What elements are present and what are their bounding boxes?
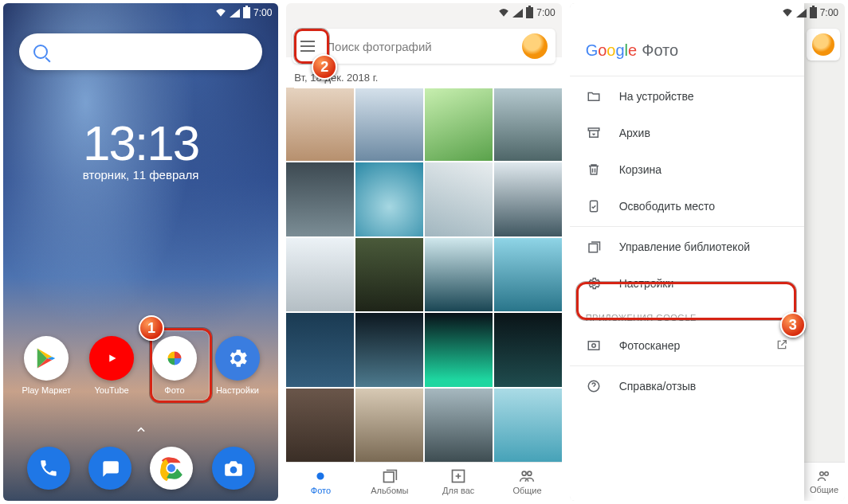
search-icon (33, 45, 48, 59)
trash-icon (586, 162, 602, 178)
google-search-bar[interactable] (19, 33, 262, 70)
nav-sharing-stub[interactable]: Общие (803, 462, 845, 501)
play-store-icon (24, 336, 69, 381)
photo-thumbnail[interactable] (286, 238, 354, 311)
drawer-item-help[interactable]: Справка/отзыв (570, 368, 804, 404)
nav-label: Общие (810, 485, 838, 494)
photo-thumbnail[interactable] (286, 162, 354, 236)
photo-thumbnail[interactable] (425, 162, 493, 236)
folder-icon (586, 88, 602, 104)
dock-messages[interactable] (88, 447, 132, 490)
app-youtube[interactable]: YouTube (89, 336, 134, 395)
svg-point-8 (825, 472, 829, 476)
photo-thumbnail[interactable] (425, 88, 493, 161)
youtube-icon (89, 336, 134, 381)
app-drawer-handle[interactable] (135, 424, 147, 436)
nav-foryou[interactable]: Для вас (424, 463, 493, 501)
photo-thumbnail[interactable] (355, 389, 423, 462)
dock-camera[interactable] (212, 447, 255, 490)
cell-signal-icon (230, 9, 240, 18)
photos-nav-icon (312, 468, 329, 484)
free-up-space-icon (586, 198, 602, 214)
drawer-label: Фотосканер (619, 339, 681, 352)
nav-label: Альбомы (371, 486, 408, 495)
nav-albums[interactable]: Альбомы (355, 463, 424, 501)
battery-icon (810, 7, 817, 18)
photo-thumbnail[interactable] (494, 389, 562, 462)
drawer-item-on-device[interactable]: На устройстве (570, 78, 804, 115)
google-logo: Google (586, 41, 638, 60)
archive-icon (586, 125, 602, 141)
drawer-label: Справка/отзыв (619, 380, 697, 393)
nav-photos[interactable]: Фото (286, 463, 355, 501)
photoscan-icon (586, 338, 602, 354)
callout-marker-1: 1 (139, 315, 164, 341)
svg-rect-3 (383, 472, 394, 483)
callout-highlight-1 (150, 328, 212, 403)
photo-thumbnail[interactable] (355, 238, 423, 311)
photo-thumbnail[interactable] (425, 389, 493, 462)
drawer-item-trash[interactable]: Корзина (570, 151, 804, 188)
drawer-label: Освободить место (619, 200, 716, 213)
app-row: Play Маркет YouTube Фото Настр (3, 336, 278, 395)
account-avatar[interactable] (522, 33, 548, 59)
photo-thumbnail[interactable] (494, 238, 562, 311)
dock-chrome[interactable] (150, 447, 193, 490)
wifi-icon (782, 7, 793, 19)
photo-thumbnail[interactable] (355, 162, 423, 236)
drawer-label: Управление библиотекой (619, 240, 750, 253)
app-play-market[interactable]: Play Маркет (22, 336, 71, 395)
app-settings[interactable]: Настройки (215, 336, 260, 395)
drawer-label: На устройстве (619, 90, 694, 103)
svg-rect-13 (588, 342, 599, 350)
nav-label: Общие (512, 486, 541, 495)
status-time: 7:00 (253, 7, 272, 18)
divider (570, 226, 804, 227)
photo-thumbnail[interactable] (355, 313, 423, 386)
dock (3, 447, 278, 490)
photo-thumbnail[interactable] (286, 389, 354, 462)
drawer-label: Архив (619, 127, 650, 139)
phone-photos-drawer: 7:00 Общие Google Фото На устройстве Арх… (570, 3, 845, 501)
wifi-icon (215, 7, 226, 19)
drawer-item-archive[interactable]: Архив (570, 115, 804, 151)
svg-rect-10 (590, 201, 597, 212)
photo-thumbnail[interactable] (286, 88, 354, 161)
visible-search-edge (807, 29, 840, 61)
status-time: 7:00 (820, 7, 838, 18)
photo-thumbnail[interactable] (286, 313, 354, 386)
svg-point-6 (528, 471, 532, 475)
drawer-item-photoscan[interactable]: Фотосканер (570, 327, 804, 364)
help-icon (586, 378, 602, 394)
status-time: 7:00 (536, 7, 555, 18)
clock-time: 13:13 (3, 115, 278, 171)
nav-sharing[interactable]: Общие (493, 463, 561, 501)
photo-thumbnail[interactable] (494, 162, 562, 236)
photo-thumbnail[interactable] (494, 313, 562, 386)
battery-icon (526, 7, 533, 18)
drawer-header: Google Фото (570, 35, 804, 74)
svg-rect-9 (588, 128, 599, 131)
drawer-item-free-up-space[interactable]: Освободить место (570, 188, 804, 225)
divider (570, 365, 804, 366)
drawer-label: Корзина (619, 163, 662, 176)
svg-rect-11 (589, 244, 598, 252)
clock-date: вторник, 11 февраля (3, 168, 278, 182)
dock-phone[interactable] (27, 447, 70, 490)
status-bar: 7:00 (3, 3, 278, 22)
photo-thumbnail[interactable] (425, 313, 493, 386)
clock-widget[interactable]: 13:13 вторник, 11 февраля (3, 115, 278, 182)
gear-icon (215, 336, 260, 381)
photo-thumbnail[interactable] (494, 88, 562, 161)
albums-nav-icon (381, 468, 398, 484)
drawer-item-library-management[interactable]: Управление библиотекой (570, 229, 804, 265)
divider (570, 76, 804, 76)
app-label: Настройки (216, 385, 259, 395)
callout-marker-3: 3 (780, 312, 806, 338)
sharing-nav-icon (518, 468, 536, 484)
photo-thumbnail[interactable] (425, 238, 493, 311)
photo-thumbnail[interactable] (355, 88, 423, 161)
account-avatar[interactable] (812, 33, 834, 56)
photo-grid (286, 88, 561, 462)
nav-label: Для вас (442, 486, 474, 495)
